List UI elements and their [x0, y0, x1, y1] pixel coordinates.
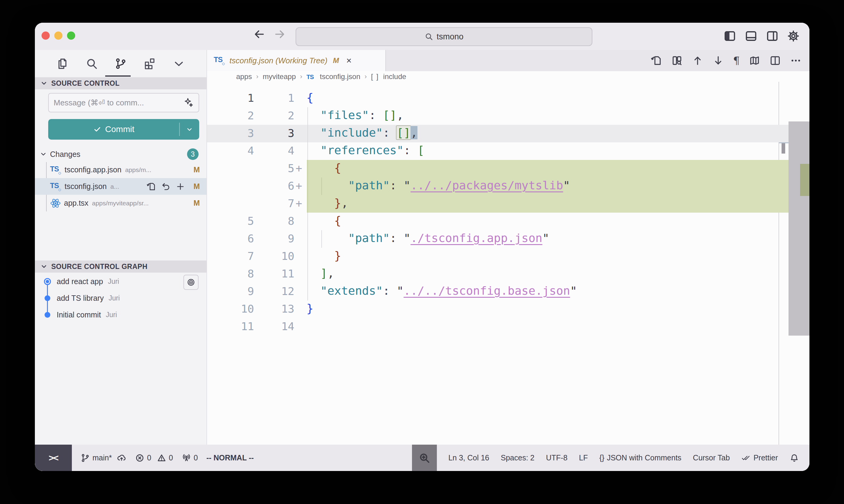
code-line[interactable]: 912 "extends": "../../tsconfig.base.json… [207, 283, 789, 301]
indentation-indicator[interactable]: Spaces: 2 [501, 453, 534, 462]
modified-status-badge: M [193, 182, 200, 191]
encoding-indicator[interactable]: UTF-8 [546, 453, 568, 462]
modified-line-number: 9 [254, 232, 294, 245]
tab-close-icon[interactable]: × [346, 55, 352, 66]
source-control-graph-section-header[interactable]: SOURCE CONTROL GRAPH [35, 260, 206, 273]
modified-line-number: 6 [254, 180, 294, 192]
code-line[interactable]: 33 "include": [], [207, 125, 789, 142]
code-line[interactable]: 69 "path": "./tsconfig.app.json" [207, 230, 789, 248]
code-line[interactable]: 44 "references": [ [207, 142, 789, 160]
diff-editor-code[interactable]: 11{22 "files": [],33 "include": [],44 "r… [207, 82, 809, 445]
goto-current-commit-button[interactable] [184, 275, 199, 290]
vim-mode-indicator[interactable]: -- NORMAL -- [206, 453, 254, 462]
scm-file-row[interactable]: app.tsxapps/myviteapp/sr...M [35, 195, 206, 211]
code-line[interactable]: 5+ { [207, 160, 789, 178]
settings-gear-icon[interactable] [787, 30, 800, 42]
code-text: "references": [ [307, 144, 425, 157]
scm-file-row[interactable]: TStsconfig.jsona...M [35, 178, 206, 195]
toggle-primary-sidebar-icon[interactable] [723, 30, 736, 42]
open-file-icon[interactable] [147, 182, 156, 192]
tab-tsconfig-working-tree[interactable]: TS tsconfig.json (Working Tree) M × [207, 50, 386, 71]
search-icon[interactable] [85, 57, 99, 71]
error-count: 0 [147, 453, 151, 462]
code-text: { [307, 214, 341, 227]
commit-dropdown-button[interactable] [180, 125, 199, 133]
code-text: } [307, 249, 341, 262]
code-line[interactable]: 1013} [207, 301, 789, 318]
toggle-secondary-sidebar-icon[interactable] [766, 30, 778, 42]
source-control-section-header[interactable]: SOURCE CONTROL [35, 77, 206, 89]
commit-graph-row[interactable]: add react appJuri [35, 273, 206, 290]
minimize-window-button[interactable] [54, 32, 63, 40]
breadcrumb-myviteapp[interactable]: myviteapp [262, 72, 296, 81]
notifications-bell[interactable] [789, 453, 799, 463]
previous-change-icon[interactable] [692, 55, 703, 66]
original-line-number: 8 [207, 267, 254, 280]
next-change-icon[interactable] [712, 55, 724, 66]
commit-author: Juri [108, 277, 119, 286]
zoom-window-button[interactable] [67, 32, 75, 40]
modified-line-number: 8 [254, 215, 294, 227]
extensions-icon[interactable] [143, 57, 157, 71]
editor-group: TS tsconfig.json (Working Tree) M × ¶ [206, 50, 809, 445]
code-line[interactable]: 811 ], [207, 265, 789, 283]
source-control-icon[interactable] [114, 57, 127, 71]
open-changes-icon[interactable] [651, 55, 662, 66]
breadcrumb-apps[interactable]: apps [236, 72, 252, 81]
commit-message-input[interactable]: Message (⌘⏎ to comm... [48, 93, 199, 112]
stage-changes-icon[interactable] [175, 182, 185, 192]
code-line[interactable]: 11{ [207, 90, 789, 107]
split-editor-icon[interactable] [770, 55, 781, 66]
added-line-plus: + [296, 162, 302, 175]
cursor-position-indicator[interactable]: Ln 3, Col 16 [448, 453, 489, 462]
code-line[interactable]: 22 "files": [], [207, 107, 789, 125]
ts-file-icon: TS [50, 165, 62, 175]
modified-line-number: 13 [254, 303, 294, 315]
editor-scrollbar-thumb[interactable] [789, 122, 809, 336]
code-line[interactable]: 1114 [207, 318, 789, 336]
back-button[interactable] [253, 28, 265, 40]
react-file-icon [50, 198, 61, 209]
language-mode-indicator[interactable]: {} JSON with Comments [599, 453, 682, 462]
remote-indicator[interactable]: >< [35, 445, 72, 471]
close-window-button[interactable] [41, 32, 50, 40]
forward-button[interactable] [274, 28, 286, 40]
code-line[interactable]: 710 } [207, 248, 789, 265]
toggle-panel-icon[interactable] [744, 30, 757, 42]
file-path: apps/m... [125, 166, 151, 174]
breadcrumb-include[interactable]: include [383, 72, 406, 81]
modified-line-number: 4 [254, 144, 294, 157]
eol-indicator[interactable]: LF [579, 453, 588, 462]
branch-indicator[interactable]: main* [80, 453, 126, 463]
warning-icon [157, 453, 167, 463]
code-line[interactable]: 6+ "path": "../../packages/mytslib" [207, 178, 789, 195]
modified-line-number: 12 [254, 285, 294, 298]
source-control-header-label: SOURCE CONTROL [51, 79, 120, 88]
sparkle-icon [183, 97, 194, 108]
explorer-icon[interactable] [55, 57, 69, 71]
screencast-zoom-indicator[interactable] [412, 445, 437, 471]
file-name: tsconfig.json [65, 182, 107, 191]
formatter-indicator[interactable]: Prettier [741, 453, 778, 463]
more-views-chevron-icon[interactable] [172, 57, 186, 71]
commit-button[interactable]: Commit [48, 119, 199, 140]
discard-changes-icon[interactable] [161, 182, 171, 192]
toggle-whitespace-icon[interactable]: ¶ [733, 55, 740, 67]
code-line[interactable]: 7+ }, [207, 195, 789, 213]
radio-tower-icon [182, 453, 191, 463]
commit-message: add TS library [57, 294, 104, 303]
scm-file-row[interactable]: TStsconfig.app.jsonapps/m...M [35, 161, 206, 178]
cursor-tab-indicator[interactable]: Cursor Tab [693, 453, 730, 462]
commit-graph-row[interactable]: Initial commitJuri [35, 307, 206, 323]
commit-graph-row[interactable]: add TS libraryJuri [35, 290, 206, 307]
warning-count: 0 [169, 453, 173, 462]
more-actions-icon[interactable] [790, 55, 802, 66]
minimap-icon[interactable] [749, 55, 760, 66]
ports-indicator[interactable]: 0 [182, 453, 198, 463]
inline-view-icon[interactable] [671, 55, 683, 66]
breadcrumb-tsconfig[interactable]: tsconfig.json [320, 72, 360, 81]
command-center-search[interactable]: tsmono [296, 27, 592, 46]
problems-indicator[interactable]: 0 0 [135, 453, 173, 463]
code-line[interactable]: 58 { [207, 213, 789, 230]
changes-section-header[interactable]: Changes 3 [35, 147, 206, 161]
